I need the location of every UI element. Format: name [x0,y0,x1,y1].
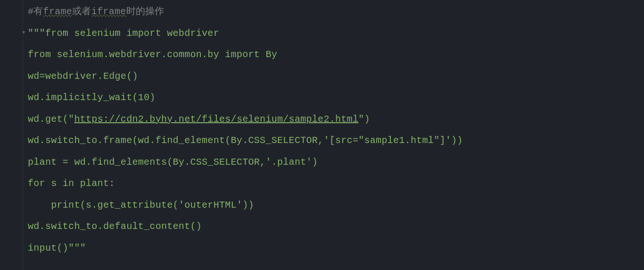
line-number [0,1,23,23]
code-line[interactable]: input()""" [28,237,644,259]
line-number [0,216,23,237]
code-line[interactable]: from selenium.webdriver.common.by import… [28,44,644,66]
code-line[interactable]: plant = wd.find_elements(By.CSS_SELECTOR… [28,152,644,173]
code-token: ") [358,114,370,125]
code-content-area[interactable]: #有frame或者iframe时的操作"""from selenium impo… [23,0,644,270]
line-number [0,237,23,259]
code-token: print(s.get_attribute('outerHTML')) [28,200,254,211]
code-token: wd.switch_to.default_content() [28,221,202,232]
code-token: plant = wd.find_elements(By.CSS_SELECTOR… [28,157,318,168]
code-token: frame [43,6,73,17]
code-line[interactable]: wd.switch_to.default_content() [28,216,644,237]
code-token: from selenium.webdriver.common.by import… [28,49,277,60]
line-number [0,44,23,66]
code-token: 时的操作 [126,6,165,17]
code-line[interactable]: wd.switch_to.frame(wd.find_element(By.CS… [28,130,644,152]
code-token: wd=webdriver.Edge() [28,71,138,82]
code-line[interactable]: wd=webdriver.Edge() [28,66,644,87]
line-number [0,130,23,152]
line-number [0,66,23,87]
line-number-gutter: ▾ [0,0,23,270]
line-number [0,109,23,130]
code-line[interactable]: """from selenium import webdriver [28,23,644,44]
line-number [0,152,23,173]
line-number [0,87,23,109]
code-line[interactable]: print(s.get_attribute('outerHTML')) [28,194,644,216]
chevron-down-icon[interactable]: ▾ [22,23,25,44]
code-token: """from selenium import webdriver [28,28,219,39]
code-token: #有 [28,6,43,17]
code-line[interactable]: wd.implicitly_wait(10) [28,87,644,109]
code-token: input()""" [28,243,86,253]
code-editor[interactable]: ▾ #有frame或者iframe时的操作"""from selenium im… [0,0,644,270]
line-number [0,194,23,216]
code-token: iframe [91,6,126,17]
code-token: wd.get(" [28,114,74,125]
code-token: https://cdn2.byhy.net/files/selenium/sam… [74,114,358,125]
line-number [0,173,23,194]
line-number: ▾ [0,23,23,44]
code-token: 或者 [72,6,91,17]
code-token: wd.implicitly_wait(10) [28,92,156,103]
code-line[interactable]: #有frame或者iframe时的操作 [28,1,644,23]
code-line[interactable]: for s in plant: [28,173,644,194]
code-line[interactable]: wd.get("https://cdn2.byhy.net/files/sele… [28,109,644,130]
code-token: wd.switch_to.frame(wd.find_element(By.CS… [28,135,463,146]
code-token: for s in plant: [28,178,115,189]
